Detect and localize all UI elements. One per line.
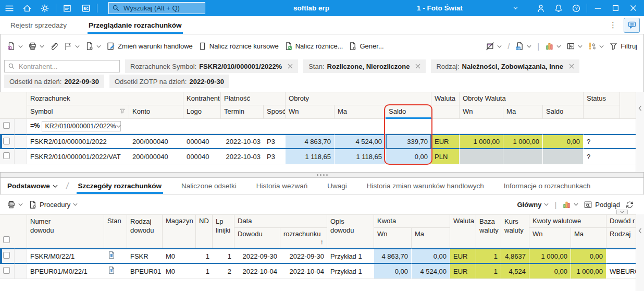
cell-ow-wn[interactable] (460, 149, 503, 164)
select-all-checkbox[interactable] (3, 122, 10, 129)
row-select-cell[interactable] (0, 248, 15, 264)
column-header-rozrachunku[interactable]: rozrachunku↑ (280, 228, 327, 248)
filter-chip[interactable]: Rozrachunek Symbol:FSKR2/010/000001/2022… (125, 59, 298, 73)
cell-lp[interactable]: 2 (213, 264, 234, 279)
table-row[interactable]: FSKR/M0/22/1FSKRM0112022-09-302022-09-30… (0, 248, 636, 264)
mail-button[interactable] (483, 40, 504, 53)
layout-selector-button[interactable]: Główny (514, 199, 551, 211)
cell-opis[interactable]: Przykład 1 (327, 264, 374, 279)
column-header-kw-wn[interactable]: Wn (529, 228, 571, 248)
column-header-konto[interactable]: Konto (129, 105, 183, 119)
charts-detail-button[interactable] (560, 198, 581, 211)
print-detail-button[interactable] (4, 198, 26, 211)
subtab-informacje-o-rozrachunkach[interactable]: Informacje o rozrachunkach (504, 178, 591, 194)
table-row[interactable]: BPEUR01/M0/22/1BPEUR01M0122022-10-042022… (0, 264, 636, 279)
cell-kurs-waluty[interactable]: 4,524 (501, 264, 529, 279)
cell-logo[interactable]: 000040 (183, 134, 221, 149)
minimize-button[interactable] (589, 2, 606, 15)
cell-sposob[interactable]: P3 (264, 134, 286, 149)
cell-kwota-wn[interactable]: 0,00 (374, 264, 412, 279)
filter-button[interactable]: Filtruj (606, 40, 640, 53)
cell-status[interactable]: ? (584, 134, 620, 149)
table-row[interactable]: FSKR2/010/000001/2022/VAT200/00004000004… (0, 149, 636, 164)
cell-sposob[interactable]: P3 (264, 149, 286, 164)
chevron-down-icon[interactable] (512, 0, 519, 16)
cell-ow-saldo[interactable]: 0,00 (543, 134, 584, 149)
cell-konto[interactable]: 200/000040 (129, 149, 183, 164)
document-actions-button[interactable] (82, 40, 104, 53)
cell-symbol[interactable]: FSKR2/010/000001/2022 (27, 134, 129, 149)
subtab-szczegóły-rozrachunków[interactable]: Szczegóły rozrachunków (78, 178, 162, 194)
cell-kwota-wn[interactable]: 4 863,70 (374, 248, 412, 264)
column-header-symbol[interactable]: Symbol (27, 105, 129, 119)
tab-rejestr-sprzedaży[interactable]: Rejestr sprzedaży (10, 16, 67, 34)
filter-chip[interactable]: Rodzaj:Należności, Zobowiązania, Inne (431, 59, 579, 73)
close-button[interactable] (624, 2, 642, 15)
contractor-search-input[interactable] (18, 62, 116, 71)
generate-button[interactable]: Gener... (345, 40, 386, 53)
cell-magazyn[interactable]: M0 (163, 264, 196, 279)
cell-symbol[interactable]: FSKR2/010/000001/2022/VAT (27, 149, 129, 164)
column-header-rodzaj[interactable]: Rodzaj (606, 228, 636, 248)
column-header-lp-linijki[interactable]: Lplinijki (213, 214, 234, 248)
cell-waluta[interactable]: EUR (450, 264, 476, 279)
calc-differences-button[interactable]: Nalicz różnice... (281, 40, 346, 53)
tab-przeglądanie-rozrachunków[interactable]: Przeglądanie rozrachunków (89, 16, 182, 34)
cell-numer-dowodu[interactable]: BPEUR01/M0/22/1 (27, 264, 104, 279)
cell-baza-waluty[interactable]: 1 (476, 248, 501, 264)
chevron-left-icon[interactable] (636, 105, 644, 111)
journal-icon[interactable] (60, 2, 75, 15)
contractor-search[interactable] (4, 60, 120, 72)
collapse-panel-rail[interactable] (636, 92, 644, 172)
row-select-cell[interactable] (0, 134, 15, 149)
column-header-stan[interactable]: Stan (104, 214, 127, 248)
cell-waluta[interactable]: EUR (450, 248, 476, 264)
cell-status[interactable]: ? (584, 149, 620, 164)
maximize-button[interactable] (606, 2, 624, 15)
company-selector[interactable]: 1 - Foto Świat (417, 0, 463, 16)
row-select-cell[interactable] (0, 264, 15, 279)
subtab-historia-zmian-warunków-handlowych[interactable]: Historia zmian warunków handlowych (367, 178, 484, 194)
filter-chip[interactable]: Odsetki ZOTP na dzień:2022-09-30 (109, 75, 229, 88)
kebab-menu-icon[interactable]: ⋮ (609, 20, 616, 30)
cell-ow-wn[interactable]: 1 000,00 (460, 134, 503, 149)
column-header-saldo[interactable]: Saldo (386, 105, 431, 119)
cell-dowod-rodzaj[interactable]: WBEUR01 (606, 264, 636, 279)
column-header-wn[interactable]: Wn (286, 105, 335, 119)
row-checkbox[interactable] (3, 138, 10, 144)
print-button[interactable] (26, 40, 47, 53)
column-header-ow-saldo[interactable]: Saldo (543, 105, 584, 119)
cell-kw-ma[interactable]: 1 000,00 (571, 264, 606, 279)
home-icon[interactable] (20, 2, 34, 15)
cell-ow-saldo[interactable] (543, 149, 584, 164)
panel-splitter[interactable] (0, 172, 644, 178)
select-all-checkbox[interactable] (3, 236, 10, 243)
cell-rodzaj-dowodu[interactable]: BPEUR01 (127, 264, 163, 279)
cell-kwota-ma[interactable]: 4 524,00 (412, 264, 450, 279)
column-header-kw-ma[interactable]: Ma (571, 228, 606, 248)
filter-operator[interactable]: =% (30, 122, 40, 129)
cell-waluta[interactable]: EUR (431, 134, 460, 149)
global-search-input[interactable] (122, 4, 202, 13)
column-header-numer-dowodu[interactable]: Numerdowodu (27, 214, 104, 248)
column-header-kwota-wn[interactable]: Wn (374, 228, 412, 248)
document-icon[interactable] (104, 248, 127, 264)
row-checkbox[interactable] (3, 152, 10, 159)
chat-button[interactable] (624, 18, 640, 33)
column-header-ow-wn[interactable]: Wn (460, 105, 503, 119)
menu-icon[interactable] (2, 2, 17, 15)
cell-ow-ma[interactable]: 1 000,00 (503, 134, 543, 149)
column-header-magazyn[interactable]: Magazyn (163, 214, 196, 248)
table-row[interactable]: FSKR2/010/000001/2022200/000040000040202… (0, 134, 636, 149)
cell-lp[interactable]: 1 (213, 248, 234, 264)
cell-kw-ma[interactable]: 0,00 (571, 248, 606, 264)
document-schedule-button[interactable] (513, 40, 534, 53)
procedures-button[interactable]: Procedury (26, 198, 80, 211)
bell-icon[interactable] (550, 2, 567, 15)
column-header-rodzaj-dowodu[interactable]: Rodzajdowodu (127, 214, 163, 248)
charts-button[interactable] (542, 40, 564, 53)
flag-button[interactable] (61, 40, 82, 53)
cell-obroty-ma[interactable]: 1 118,65 (335, 149, 386, 164)
subtab-historia-wezwań[interactable]: Historia wezwań (256, 178, 307, 194)
user-icon[interactable] (532, 2, 550, 15)
